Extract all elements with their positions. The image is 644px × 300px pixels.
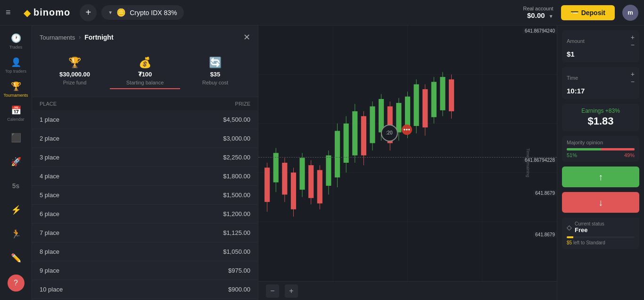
status-footnote: $5 left to Standard: [567, 240, 635, 245]
table-row: 7 place $1,125.00: [32, 224, 258, 242]
strategy-icon: 🏃: [11, 229, 21, 239]
deposit-label: Deposit: [581, 9, 605, 17]
svg-rect-30: [361, 116, 366, 155]
prize-value: $1,200.00: [223, 210, 250, 217]
sidebar-item-signals[interactable]: ⚡: [3, 199, 29, 221]
sidebar-item-top-traders[interactable]: 👤 Top traders: [3, 54, 29, 76]
time-value: 10:17: [567, 87, 585, 95]
sidebar-item-draw[interactable]: ✏️: [3, 247, 29, 269]
sidebar-item-strategy[interactable]: 🏃: [3, 223, 29, 245]
tournament-panel: Tournaments › Fortnight ✕ 🏆 $30,000.00 P…: [32, 25, 258, 300]
amount-label: Amount: [567, 38, 585, 44]
sidebar-item-tournaments[interactable]: 🏆 Tournaments: [3, 78, 29, 100]
trade-down-icon: ↓: [598, 197, 603, 208]
sidebar-item-trades[interactable]: 🕐 Trades: [3, 30, 29, 52]
sidebar-item-rocket[interactable]: 🚀: [3, 150, 29, 173]
prize-table: Place Prize 1 place $4,500.00 2 place $3…: [32, 97, 258, 300]
sidebar-item-calendar[interactable]: 📅 Calendar: [3, 102, 29, 125]
place-label: 5 place: [40, 192, 59, 199]
breadcrumb-separator: ›: [79, 34, 81, 41]
avatar[interactable]: m: [622, 5, 638, 21]
breadcrumb-tournaments[interactable]: Tournaments: [40, 34, 75, 41]
place-label: 6 place: [40, 210, 59, 217]
amount-plus-button[interactable]: +: [631, 34, 635, 41]
chart-svg: 10:16:00 10:17 10:18:00: [258, 25, 557, 300]
svg-rect-14: [291, 173, 296, 209]
prize-fund-value: $30,000.00: [59, 71, 90, 78]
prize-value: $4,500.00: [223, 116, 250, 123]
trade-down-button[interactable]: ↓: [562, 192, 639, 213]
price-label-low2: 641.8679: [533, 232, 557, 238]
signals-icon: ⚡: [11, 205, 21, 215]
prize-value: $1,500.00: [223, 192, 250, 199]
top-traders-icon: 👤: [11, 57, 21, 67]
panel-close-button[interactable]: ✕: [243, 32, 250, 42]
table-row: 1 place $4,500.00: [32, 110, 258, 129]
amount-minus-button[interactable]: −: [631, 42, 635, 48]
prize-value: $1,050.00: [223, 248, 250, 255]
majority-bar-up: [567, 148, 601, 150]
deposit-button[interactable]: 💳 Deposit: [561, 5, 615, 20]
menu-icon[interactable]: ≡: [6, 8, 19, 17]
col-prize-header: Prize: [235, 101, 250, 107]
time-box: Time + − 10:17: [562, 67, 639, 99]
place-label: 1 place: [40, 116, 59, 123]
rebuy-cost-value: $35: [210, 71, 221, 78]
svg-rect-22: [326, 155, 331, 185]
trades-icon: 🕐: [11, 33, 21, 43]
price-label-high: 641.86794240: [523, 28, 557, 34]
rebuy-cost-label: Rebuy cost: [202, 80, 228, 85]
time-label: Time: [567, 75, 578, 81]
trade-indicator: ●●●: [402, 125, 412, 135]
chart-area: 641.86794240 641.86794228 641.8679 641.8…: [258, 25, 557, 300]
zoom-out-button[interactable]: −: [266, 284, 279, 298]
prize-rows-container: 1 place $4,500.00 2 place $3,000.00 3 pl…: [32, 110, 258, 299]
sidebar-item-indicators[interactable]: ⬛: [3, 126, 29, 149]
majority-bar: [567, 148, 635, 150]
svg-rect-44: [422, 89, 428, 127]
earnings-value: $1.83: [567, 115, 635, 127]
svg-rect-18: [308, 165, 314, 198]
majority-bar-down: [601, 148, 635, 150]
svg-rect-28: [352, 111, 357, 156]
indicators-icon: ⬛: [11, 133, 21, 143]
status-progress-fill: [567, 236, 573, 238]
help-button[interactable]: ?: [8, 275, 25, 292]
svg-rect-24: [335, 131, 340, 177]
price-line: [258, 157, 557, 158]
trade-up-icon: ↑: [598, 172, 603, 183]
trade-dot-icon: ●●●: [404, 127, 411, 132]
time-remaining-text: Time remaining: [526, 148, 530, 177]
place-label: 7 place: [40, 229, 59, 236]
majority-up-pct: 51%: [567, 152, 577, 158]
asset-icon: 🪙: [116, 8, 126, 17]
status-value: Free: [575, 226, 604, 233]
svg-rect-46: [431, 82, 437, 117]
table-row: 8 place $1,050.00: [32, 242, 258, 261]
trade-up-button[interactable]: ↑: [562, 167, 639, 187]
breadcrumb-current: Fortnight: [84, 33, 113, 41]
table-header: Place Prize: [32, 97, 258, 110]
table-row: 2 place $3,000.00: [32, 129, 258, 148]
prize-fund-label: Prize fund: [63, 80, 87, 85]
timer-value: :20: [386, 130, 393, 135]
svg-rect-32: [370, 106, 375, 143]
asset-selector[interactable]: ▼ 🪙 Crypto IDX 83%: [101, 5, 183, 20]
status-header: ◇ Current status Free: [567, 221, 635, 233]
logo-icon: ◆: [24, 7, 31, 18]
add-asset-button[interactable]: +: [80, 4, 97, 21]
sidebar-item-5s[interactable]: 5s: [3, 175, 29, 197]
zoom-in-button[interactable]: +: [285, 284, 298, 298]
top-traders-label: Top traders: [5, 69, 26, 74]
logo: ◆ binomo: [24, 7, 70, 18]
asset-caret-left: ▼: [108, 10, 113, 15]
panel-header: Tournaments › Fortnight ✕: [32, 25, 258, 49]
status-section: ◇ Current status Free $5 left to Standar…: [562, 217, 639, 249]
place-label: 10 place: [40, 286, 63, 293]
status-label: Current status: [575, 221, 604, 226]
rebuy-cost-icon: 🔄: [209, 57, 222, 69]
starting-balance-label: Starting balance: [126, 80, 164, 85]
time-plus-button[interactable]: +: [631, 71, 635, 77]
time-minus-button[interactable]: −: [631, 78, 635, 85]
svg-rect-12: [282, 163, 287, 195]
